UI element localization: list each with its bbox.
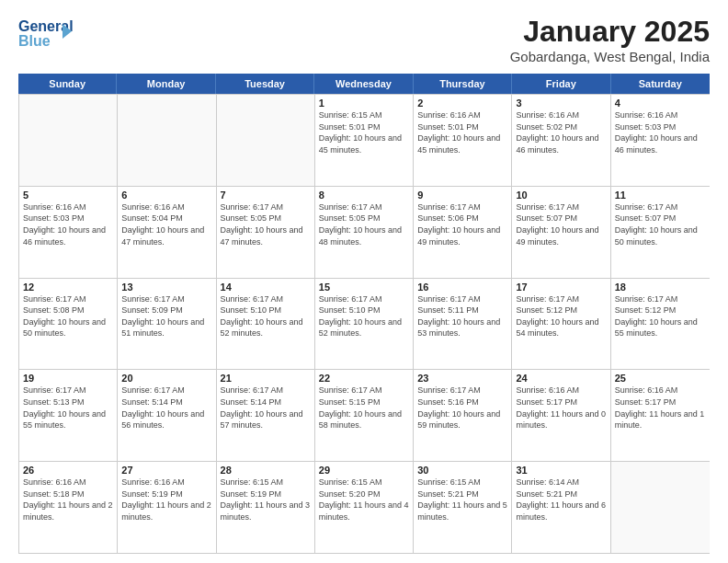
empty-cell-0-2: [217, 95, 315, 186]
day-number-3: 3: [516, 98, 606, 109]
day-info-24: Sunrise: 6:16 AMSunset: 5:17 PMDaylight:…: [516, 385, 606, 431]
day-cell-5: 5Sunrise: 6:16 AMSunset: 5:03 PMDaylight…: [19, 187, 118, 278]
day-number-18: 18: [615, 282, 706, 293]
day-info-13: Sunrise: 6:17 AMSunset: 5:09 PMDaylight:…: [121, 293, 211, 339]
header-friday: Friday: [512, 74, 610, 94]
day-info-23: Sunrise: 6:17 AMSunset: 5:16 PMDaylight:…: [417, 385, 507, 431]
day-info-30: Sunrise: 6:15 AMSunset: 5:21 PMDaylight:…: [417, 477, 507, 523]
day-cell-25: 25Sunrise: 6:16 AMSunset: 5:17 PMDayligh…: [611, 370, 710, 461]
day-cell-4: 4Sunrise: 6:16 AMSunset: 5:03 PMDaylight…: [611, 95, 710, 186]
day-number-6: 6: [121, 190, 211, 201]
day-info-27: Sunrise: 6:16 AMSunset: 5:19 PMDaylight:…: [121, 477, 211, 523]
day-cell-14: 14Sunrise: 6:17 AMSunset: 5:10 PMDayligh…: [217, 279, 315, 370]
day-cell-21: 21Sunrise: 6:17 AMSunset: 5:14 PMDayligh…: [217, 370, 315, 461]
day-info-11: Sunrise: 6:17 AMSunset: 5:07 PMDaylight:…: [615, 201, 706, 247]
day-info-18: Sunrise: 6:17 AMSunset: 5:12 PMDaylight:…: [615, 293, 706, 339]
day-cell-15: 15Sunrise: 6:17 AMSunset: 5:10 PMDayligh…: [315, 279, 414, 370]
calendar-subtitle: Gobardanga, West Bengal, India: [510, 49, 710, 64]
day-cell-16: 16Sunrise: 6:17 AMSunset: 5:11 PMDayligh…: [414, 279, 512, 370]
day-number-7: 7: [221, 190, 311, 201]
day-info-29: Sunrise: 6:15 AMSunset: 5:20 PMDaylight:…: [319, 477, 409, 523]
day-info-10: Sunrise: 6:17 AMSunset: 5:07 PMDaylight:…: [516, 201, 606, 247]
logo-icon: General Blue: [18, 15, 74, 52]
day-cell-18: 18Sunrise: 6:17 AMSunset: 5:12 PMDayligh…: [611, 279, 710, 370]
day-number-27: 27: [121, 465, 211, 476]
week-row-1: 5Sunrise: 6:16 AMSunset: 5:03 PMDaylight…: [19, 186, 710, 278]
day-number-23: 23: [417, 373, 507, 384]
day-number-17: 17: [516, 282, 606, 293]
header-wednesday: Wednesday: [314, 74, 413, 94]
day-cell-17: 17Sunrise: 6:17 AMSunset: 5:12 PMDayligh…: [512, 279, 610, 370]
day-number-21: 21: [221, 373, 311, 384]
week-row-0: 1Sunrise: 6:15 AMSunset: 5:01 PMDaylight…: [19, 94, 710, 186]
day-info-7: Sunrise: 6:17 AMSunset: 5:05 PMDaylight:…: [221, 201, 311, 247]
day-number-9: 9: [417, 190, 507, 201]
day-cell-30: 30Sunrise: 6:15 AMSunset: 5:21 PMDayligh…: [414, 462, 512, 553]
logo: General Blue: [18, 15, 74, 52]
calendar-title: January 2025: [510, 15, 710, 49]
day-number-19: 19: [23, 373, 113, 384]
day-cell-23: 23Sunrise: 6:17 AMSunset: 5:16 PMDayligh…: [414, 370, 512, 461]
day-number-12: 12: [23, 282, 113, 293]
day-number-2: 2: [417, 98, 507, 109]
calendar: Sunday Monday Tuesday Wednesday Thursday…: [18, 74, 710, 554]
header-saturday: Saturday: [611, 74, 710, 94]
day-info-28: Sunrise: 6:15 AMSunset: 5:19 PMDaylight:…: [221, 477, 311, 523]
day-info-15: Sunrise: 6:17 AMSunset: 5:10 PMDaylight:…: [319, 293, 409, 339]
day-cell-9: 9Sunrise: 6:17 AMSunset: 5:06 PMDaylight…: [414, 187, 512, 278]
day-number-31: 31: [516, 465, 606, 476]
day-cell-27: 27Sunrise: 6:16 AMSunset: 5:19 PMDayligh…: [118, 462, 216, 553]
day-number-14: 14: [221, 282, 311, 293]
empty-cell-0-1: [118, 95, 216, 186]
calendar-header: Sunday Monday Tuesday Wednesday Thursday…: [18, 74, 710, 94]
empty-cell-0-0: [19, 95, 118, 186]
day-cell-26: 26Sunrise: 6:16 AMSunset: 5:18 PMDayligh…: [19, 462, 118, 553]
day-info-2: Sunrise: 6:16 AMSunset: 5:01 PMDaylight:…: [417, 109, 507, 155]
header: General Blue January 2025 Gobardanga, We…: [18, 15, 710, 64]
day-info-9: Sunrise: 6:17 AMSunset: 5:06 PMDaylight:…: [417, 201, 507, 247]
page: General Blue January 2025 Gobardanga, We…: [0, 0, 728, 563]
day-number-20: 20: [121, 373, 211, 384]
day-cell-12: 12Sunrise: 6:17 AMSunset: 5:08 PMDayligh…: [19, 279, 118, 370]
svg-text:Blue: Blue: [18, 33, 51, 49]
day-cell-22: 22Sunrise: 6:17 AMSunset: 5:15 PMDayligh…: [315, 370, 414, 461]
day-info-3: Sunrise: 6:16 AMSunset: 5:02 PMDaylight:…: [516, 109, 606, 155]
day-info-31: Sunrise: 6:14 AMSunset: 5:21 PMDaylight:…: [516, 477, 606, 523]
day-number-16: 16: [417, 282, 507, 293]
day-info-1: Sunrise: 6:15 AMSunset: 5:01 PMDaylight:…: [319, 109, 409, 155]
day-cell-24: 24Sunrise: 6:16 AMSunset: 5:17 PMDayligh…: [512, 370, 610, 461]
day-info-25: Sunrise: 6:16 AMSunset: 5:17 PMDaylight:…: [615, 385, 706, 431]
day-info-5: Sunrise: 6:16 AMSunset: 5:03 PMDaylight:…: [23, 201, 113, 247]
day-number-25: 25: [615, 373, 706, 384]
day-number-10: 10: [516, 190, 606, 201]
day-cell-28: 28Sunrise: 6:15 AMSunset: 5:19 PMDayligh…: [217, 462, 315, 553]
day-number-5: 5: [23, 190, 113, 201]
day-number-22: 22: [319, 373, 409, 384]
day-number-11: 11: [615, 190, 706, 201]
day-number-30: 30: [417, 465, 507, 476]
day-number-4: 4: [615, 98, 706, 109]
week-row-4: 26Sunrise: 6:16 AMSunset: 5:18 PMDayligh…: [19, 461, 710, 553]
day-cell-1: 1Sunrise: 6:15 AMSunset: 5:01 PMDaylight…: [315, 95, 414, 186]
day-cell-11: 11Sunrise: 6:17 AMSunset: 5:07 PMDayligh…: [611, 187, 710, 278]
day-info-12: Sunrise: 6:17 AMSunset: 5:08 PMDaylight:…: [23, 293, 113, 339]
week-row-2: 12Sunrise: 6:17 AMSunset: 5:08 PMDayligh…: [19, 278, 710, 370]
calendar-body: 1Sunrise: 6:15 AMSunset: 5:01 PMDaylight…: [18, 94, 710, 554]
day-cell-10: 10Sunrise: 6:17 AMSunset: 5:07 PMDayligh…: [512, 187, 610, 278]
header-monday: Monday: [117, 74, 215, 94]
day-number-24: 24: [516, 373, 606, 384]
day-info-17: Sunrise: 6:17 AMSunset: 5:12 PMDaylight:…: [516, 293, 606, 339]
day-cell-2: 2Sunrise: 6:16 AMSunset: 5:01 PMDaylight…: [414, 95, 512, 186]
day-cell-3: 3Sunrise: 6:16 AMSunset: 5:02 PMDaylight…: [512, 95, 610, 186]
empty-cell-4-6: [611, 462, 710, 553]
header-sunday: Sunday: [18, 74, 117, 94]
day-number-1: 1: [319, 98, 409, 109]
day-info-21: Sunrise: 6:17 AMSunset: 5:14 PMDaylight:…: [221, 385, 311, 431]
day-cell-7: 7Sunrise: 6:17 AMSunset: 5:05 PMDaylight…: [217, 187, 315, 278]
day-number-15: 15: [319, 282, 409, 293]
day-info-19: Sunrise: 6:17 AMSunset: 5:13 PMDaylight:…: [23, 385, 113, 431]
day-number-13: 13: [121, 282, 211, 293]
day-cell-13: 13Sunrise: 6:17 AMSunset: 5:09 PMDayligh…: [118, 279, 216, 370]
header-tuesday: Tuesday: [216, 74, 314, 94]
day-info-8: Sunrise: 6:17 AMSunset: 5:05 PMDaylight:…: [319, 201, 409, 247]
